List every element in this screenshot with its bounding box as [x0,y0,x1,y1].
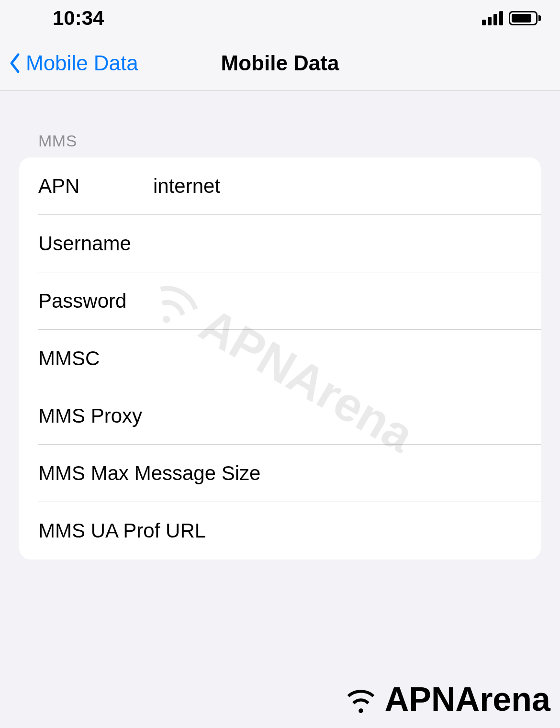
password-input[interactable] [153,290,522,313]
apn-row[interactable]: APN [19,157,541,215]
mmsc-label: MMSC [38,347,153,370]
mms-ua-prof-label: MMS UA Prof URL [38,519,522,542]
mmsc-input[interactable] [153,347,522,370]
username-input[interactable] [153,232,522,255]
page-title: Mobile Data [221,51,339,75]
content-area: MMS APN Username Password MMSC MMS Proxy [0,91,560,560]
mms-proxy-label: MMS Proxy [38,404,269,427]
apn-input[interactable] [153,175,522,198]
navigation-bar: Mobile Data Mobile Data [0,36,560,91]
status-bar: 10:34 [0,0,560,36]
battery-icon [509,11,541,25]
password-row[interactable]: Password [19,272,541,330]
mms-max-size-label: MMS Max Message Size [38,462,522,485]
mms-proxy-row[interactable]: MMS Proxy [19,387,541,445]
wifi-icon [339,682,382,717]
password-label: Password [38,290,153,313]
cellular-signal-icon [482,11,503,25]
status-indicators [482,11,541,25]
mms-proxy-input[interactable] [269,404,522,427]
apn-label: APN [38,175,153,198]
mms-max-size-row[interactable]: MMS Max Message Size [19,445,541,502]
username-label: Username [38,232,153,255]
footer-logo: APNArena [339,680,550,718]
username-row[interactable]: Username [19,215,541,272]
chevron-left-icon [10,53,21,74]
mms-ua-prof-row[interactable]: MMS UA Prof URL [19,502,541,560]
status-time: 10:34 [19,7,104,30]
mms-settings-group: APN Username Password MMSC MMS Proxy MMS… [19,157,541,560]
mmsc-row[interactable]: MMSC [19,330,541,387]
footer-logo-text: APNArena [385,680,550,718]
back-label: Mobile Data [26,51,138,75]
section-header-mms: MMS [19,91,541,157]
back-button[interactable]: Mobile Data [0,51,138,75]
